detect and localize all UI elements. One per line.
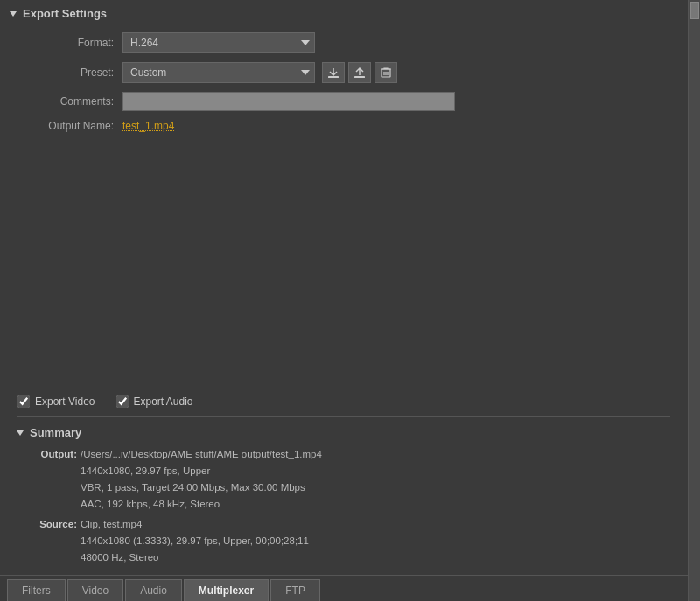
preset-select[interactable]: Custom Match Source High Quality [122, 62, 315, 83]
export-checkboxes: Export Video Export Audio [0, 390, 688, 413]
summary-collapse-icon[interactable] [17, 430, 24, 436]
format-dropdown-container: H.264 H.265 MPEG-2 QuickTime [122, 32, 315, 53]
export-audio-label[interactable]: Export Audio [116, 395, 193, 408]
export-video-label[interactable]: Export Video [18, 395, 95, 408]
preset-row: Preset: Custom Match Source High Quality [18, 62, 670, 83]
source-summary-label: Source: [24, 516, 77, 566]
export-audio-checkbox[interactable] [116, 395, 129, 408]
output-summary-row: Output: /Users/...iv/Desktop/AME stuff/A… [24, 446, 670, 513]
panel-title: Export Settings [23, 7, 107, 20]
preset-dropdown-container: Custom Match Source High Quality [122, 62, 315, 83]
save-preset-button[interactable] [322, 62, 345, 83]
tab-audio[interactable]: Audio [125, 579, 182, 601]
tab-ftp[interactable]: FTP [270, 579, 320, 601]
scrollbar-thumb[interactable] [690, 2, 699, 19]
format-label: Format: [18, 37, 114, 49]
svg-rect-0 [328, 76, 339, 78]
export-video-text: Export Video [35, 395, 95, 408]
comments-row: Comments: [18, 92, 670, 111]
content-body: Export Settings Format: H.264 H.265 MPEG… [0, 0, 688, 601]
summary-content: Output: /Users/...iv/Desktop/AME stuff/A… [18, 446, 670, 566]
export-settings-panel: Export Settings Format: H.264 H.265 MPEG… [0, 0, 700, 601]
output-name-label: Output Name: [18, 120, 114, 132]
tab-video[interactable]: Video [67, 579, 123, 601]
tab-filters[interactable]: Filters [7, 579, 66, 601]
section-header: Export Settings [0, 0, 688, 25]
source-summary-value: Clip, test.mp4 1440x1080 (1.3333), 29.97… [80, 516, 309, 566]
preset-buttons [322, 62, 397, 83]
divider [18, 416, 670, 417]
comments-input[interactable] [122, 92, 455, 111]
source-summary-row: Source: Clip, test.mp4 1440x1080 (1.3333… [24, 516, 670, 566]
output-name-row: Output Name: test_1.mp4 [18, 120, 670, 132]
export-video-checkbox[interactable] [18, 395, 30, 408]
comments-label: Comments: [18, 95, 114, 108]
output-name-link[interactable]: test_1.mp4 [122, 120, 174, 132]
load-preset-button[interactable] [348, 62, 371, 83]
delete-preset-button[interactable] [374, 62, 397, 83]
scrollbar[interactable] [688, 0, 700, 601]
format-select[interactable]: H.264 H.265 MPEG-2 QuickTime [122, 32, 315, 53]
svg-rect-1 [354, 76, 365, 78]
export-audio-text: Export Audio [134, 395, 193, 408]
preset-label: Preset: [18, 66, 114, 79]
output-summary-label: Output: [24, 446, 77, 513]
summary-header: Summary [18, 426, 670, 439]
settings-area: Format: H.264 H.265 MPEG-2 QuickTime Pre… [0, 25, 688, 390]
summary-title: Summary [30, 426, 81, 439]
format-row: Format: H.264 H.265 MPEG-2 QuickTime [18, 32, 670, 53]
summary-section: Summary Output: /Users/...iv/Desktop/AME… [0, 421, 688, 575]
collapse-icon[interactable] [10, 11, 17, 17]
output-summary-value: /Users/...iv/Desktop/AME stuff/AME outpu… [80, 446, 322, 513]
tabs-bar: Filters Video Audio Multiplexer FTP [0, 575, 688, 601]
tab-multiplexer[interactable]: Multiplexer [184, 579, 269, 601]
